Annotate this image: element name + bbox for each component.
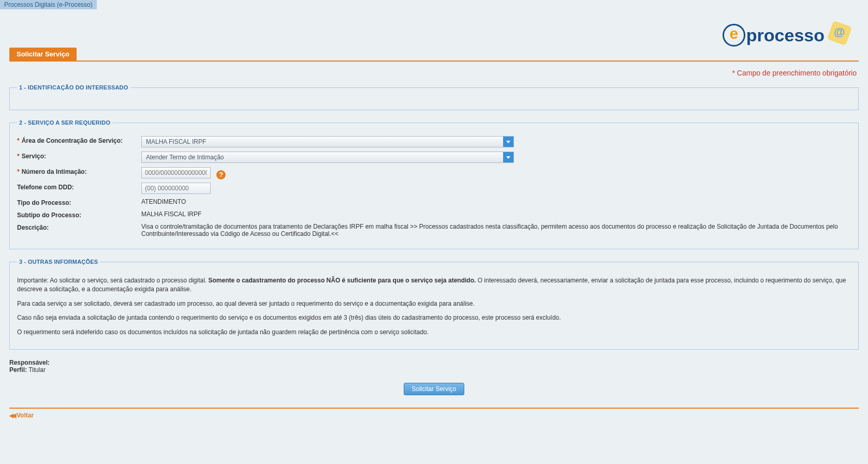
telefone-label: Telefone com DDD: xyxy=(17,183,141,191)
info-paragraph-4: O requerimento será indeferido caso os d… xyxy=(17,328,851,337)
section-servico: 2 - SERVIÇO A SER REQUERIDO *Área de Con… xyxy=(9,119,859,249)
info-paragraph-2: Para cada serviço a ser solicitado, deve… xyxy=(17,300,851,308)
top-bar-title: Processos Digitais (e-Processo) xyxy=(0,0,97,9)
subtipo-processo-label: Subtipo do Processo: xyxy=(17,211,141,219)
subtipo-processo-value: MALHA FISCAL IRPF xyxy=(141,211,851,218)
bottom-meta: Responsável: Perfil: Titular xyxy=(9,359,859,373)
logo-e-icon xyxy=(723,24,745,47)
info-paragraph-3: Caso não seja enviada a solicitação de j… xyxy=(17,313,851,322)
numero-intimacao-input[interactable] xyxy=(141,167,211,178)
section-outras-informacoes: 3 - OUTRAS INFORMAÇÕES Importante: Ao so… xyxy=(9,259,859,350)
area-concentracao-value: MALHA FISCAL IRPF xyxy=(142,138,503,145)
section-identificacao: 1 - IDENTIFICAÇÃO DO INTERESSADO xyxy=(9,84,859,110)
descricao-label: Descrição: xyxy=(17,223,141,231)
telefone-input[interactable] xyxy=(141,183,211,194)
info-paragraph-1: Importante: Ao solicitar o serviço, será… xyxy=(17,276,851,294)
perfil-value: Titular xyxy=(28,366,46,373)
voltar-link[interactable]: ◀◀ Voltar xyxy=(9,412,34,419)
descricao-value: Visa o controle/tramitação de documentos… xyxy=(141,223,851,237)
area-concentracao-label: *Área de Concentração de Serviço: xyxy=(17,136,141,144)
tipo-processo-label: Tipo do Processo: xyxy=(17,198,141,206)
back-arrow-icon: ◀◀ xyxy=(9,412,14,419)
page-title-bar: Solicitar Serviço xyxy=(9,48,859,62)
area-concentracao-dropdown[interactable]: MALHA FISCAL IRPF xyxy=(141,136,514,147)
section-servico-legend: 2 - SERVIÇO A SER REQUERIDO xyxy=(17,119,112,126)
logo-swirl-icon xyxy=(828,22,859,48)
chevron-down-icon xyxy=(503,152,513,162)
logo-text: processo xyxy=(746,25,825,46)
servico-value: Atender Termo de Intimação xyxy=(142,154,503,161)
page-title-tab: Solicitar Serviço xyxy=(9,48,77,61)
section-outras-legend: 3 - OUTRAS INFORMAÇÕES xyxy=(17,259,100,265)
perfil-label: Perfil: xyxy=(9,366,27,373)
section-identificacao-legend: 1 - IDENTIFICAÇÃO DO INTERESSADO xyxy=(17,84,130,91)
logo: processo xyxy=(723,22,859,48)
solicitar-servico-button[interactable]: Solicitar Serviço xyxy=(404,383,464,395)
tipo-processo-value: ATENDIMENTO xyxy=(141,198,851,205)
responsavel-label: Responsável: xyxy=(9,359,50,366)
help-icon[interactable]: ? xyxy=(216,170,226,179)
numero-intimacao-label: *Número da Intimação: xyxy=(17,167,141,175)
servico-dropdown[interactable]: Atender Termo de Intimação xyxy=(141,152,514,163)
header-row: processo xyxy=(9,9,859,46)
footer-divider xyxy=(9,408,859,409)
voltar-label: Voltar xyxy=(17,412,34,419)
required-fields-note: * Campo de preenchimento obrigatório xyxy=(9,69,857,77)
chevron-down-icon xyxy=(503,137,513,147)
servico-label: *Serviço: xyxy=(17,152,141,160)
